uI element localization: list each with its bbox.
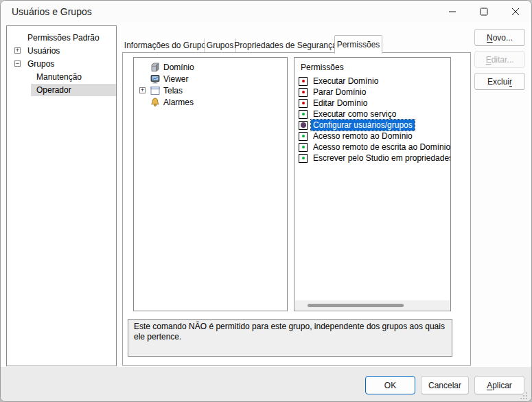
nav-item-label: Grupos (27, 59, 54, 69)
permission-description: Este comando NÃO é permitido para este g… (128, 319, 452, 357)
permission-item[interactable]: Executar Domínio (294, 76, 450, 87)
nav-item-grupos[interactable]: − Grupos (7, 57, 116, 70)
titlebar[interactable]: Usuários e Grupos (1, 1, 531, 23)
tab-grupos[interactable]: Grupos (205, 38, 236, 52)
nav-item-label: Permissões Padrão (27, 33, 100, 43)
permission-item[interactable]: Acesso remoto de escrita ao Domínio (294, 142, 450, 153)
novo-button[interactable]: Novo... (474, 29, 525, 46)
permission-label: Parar Domínio (311, 87, 368, 98)
object-tree: Domínio Viewer + Telas (133, 57, 288, 311)
maximize-icon (480, 8, 488, 16)
bell-icon (150, 97, 161, 108)
aplicar-button[interactable]: Aplicar (474, 376, 524, 394)
monitor-icon (150, 74, 161, 85)
expand-plus-icon[interactable]: + (14, 47, 21, 54)
tree-indent (139, 76, 146, 82)
nav-item-manutencao[interactable]: Manutenção (7, 70, 116, 83)
permission-item[interactable]: Executar como serviço (294, 109, 450, 120)
minimize-button[interactable] (437, 1, 468, 23)
permission-item[interactable]: Editar Domínio (294, 98, 450, 109)
tree-item-dominio[interactable]: Domínio (134, 61, 287, 73)
permission-label: Acesso remoto ao Domínio (311, 131, 415, 142)
excluir-button[interactable]: Excluir (474, 73, 525, 90)
tree-item-label: Viewer (163, 74, 188, 84)
close-icon (511, 8, 520, 16)
permissions-list: Permissões Executar Domínio Parar Domíni… (294, 57, 451, 311)
tree-item-label: Alarmes (163, 98, 194, 107)
nav-item-label: Operador (31, 84, 116, 96)
users-groups-dialog: Usuários e Grupos Permissões Padrão + Us… (0, 0, 532, 402)
nav-item-operador[interactable]: Operador (7, 83, 116, 96)
window-icon (150, 85, 161, 96)
tree-indent (139, 64, 146, 70)
tree-item-alarmes[interactable]: Alarmes (134, 96, 287, 108)
minimize-icon (448, 8, 456, 16)
editar-button: Editar... (474, 51, 525, 68)
scrollbar-thumb[interactable] (308, 304, 404, 307)
nav-item-permissoes-padrao[interactable]: Permissões Padrão (7, 31, 116, 44)
nav-item-label: Usuários (27, 46, 60, 56)
cancelar-button[interactable]: Cancelar (421, 376, 469, 394)
nav-item-usuarios[interactable]: + Usuários (7, 44, 116, 57)
ok-button[interactable]: OK (365, 376, 415, 394)
permission-label: Editar Domínio (311, 98, 369, 109)
permission-label: Acesso remoto de escrita ao Domínio (311, 142, 451, 153)
permission-label: Executar Domínio (311, 76, 380, 87)
close-button[interactable] (500, 1, 531, 23)
tree-indent (14, 34, 21, 41)
horizontal-scrollbar[interactable] (295, 300, 450, 310)
permissions-column-header: Permissões (301, 63, 450, 72)
tree-item-label: Domínio (163, 63, 194, 72)
permission-label: Configurar usuários/grupos (311, 120, 415, 131)
denied-icon (299, 77, 308, 86)
permission-item[interactable]: Escrever pelo Studio em propriedades em … (294, 153, 450, 164)
tree-item-label: Telas (163, 86, 183, 96)
allowed-icon (299, 143, 308, 152)
server-icon (150, 62, 161, 73)
permission-item[interactable]: Acesso remoto ao Domínio (294, 131, 450, 142)
permission-item[interactable]: Parar Domínio (294, 87, 450, 98)
tree-item-viewer[interactable]: Viewer (134, 73, 287, 85)
tab-permissoes[interactable]: Permissões (334, 35, 382, 54)
allowed-icon (299, 110, 308, 119)
allowed-icon (299, 154, 308, 163)
permission-label: Executar como serviço (311, 109, 398, 120)
collapse-minus-icon[interactable]: − (14, 60, 21, 67)
expand-plus-icon[interactable]: + (139, 87, 146, 93)
denied-icon (299, 99, 308, 108)
denied-selected-icon (299, 121, 308, 130)
window-title: Usuários e Grupos (12, 6, 92, 17)
tree-item-telas[interactable]: + Telas (134, 85, 287, 96)
tab-informacoes-do-grupo[interactable]: Informações do Grupo (126, 38, 205, 52)
denied-icon (299, 88, 308, 97)
maximize-button[interactable] (468, 1, 500, 23)
tab-strip: Informações do Grupo Grupos Propriedades… (122, 34, 471, 53)
permission-label: Escrever pelo Studio em propriedades em … (311, 153, 451, 164)
nav-item-label: Manutenção (31, 71, 87, 83)
tab-propriedades-de-seguranca[interactable]: Propriedades de Segurança (236, 38, 335, 52)
groups-nav-panel: Permissões Padrão + Usuários − Grupos Ma… (6, 25, 117, 366)
allowed-icon (299, 132, 308, 141)
permission-item-selected[interactable]: Configurar usuários/grupos (294, 120, 450, 131)
tree-indent (139, 99, 146, 105)
